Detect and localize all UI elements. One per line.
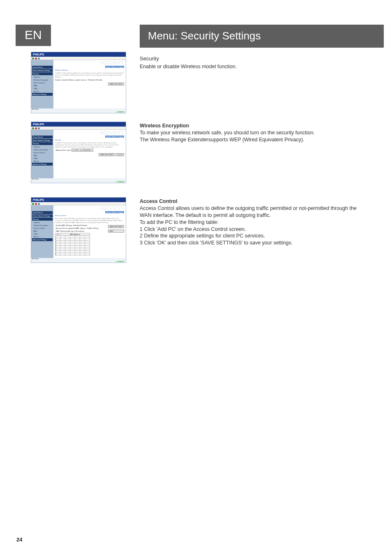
radio-allow[interactable] [87,228,88,229]
access-rule-label: Access Rule for registered MAC address : [56,227,86,229]
language-tab: EN [16,25,51,46]
sidebar-8021x[interactable]: 802.1X [32,235,53,238]
breadcrumb[interactable]: Home ©Home ©Logout [105,66,124,68]
access-step1: 1 Click 'Add PC' on the Access Control s… [140,226,367,233]
brand-logo: PHILIPS [31,198,126,202]
security-body: Enable or disable Wireless model functio… [140,63,367,70]
save-settings-button[interactable]: SAVE SETTINGS [108,225,125,228]
sidebar-8021x[interactable]: 802.1X [32,90,53,93]
sidebar-wireless-encryption[interactable]: Wireless Encryption [32,224,53,227]
help-button[interactable]: HELP [108,230,125,233]
radio-disable[interactable] [95,79,97,81]
panel-description: The AP can transmit your data securely o… [55,142,124,148]
sidebar-home-network[interactable]: Home Network Settings [32,69,53,72]
radio-disable[interactable] [80,225,81,226]
sidebar-wpa[interactable]: WPA [32,233,53,235]
sidebar-8021x[interactable]: 802.1X [32,160,53,163]
wep-body1: To make your wireless network safe, you … [140,129,315,136]
access-step3: 3 Click 'OK' and then click 'SAVE SETTIN… [140,240,367,246]
mac-filter-label: Enable MAC Filtering : [56,224,73,226]
panel-heading: Wireless Settings [55,69,124,71]
radio-enable[interactable] [73,225,74,226]
sidebar-mac[interactable]: MAC [32,84,53,87]
section-watermark: SECURITY [100,206,124,211]
section-watermark: SECURITY [100,131,124,135]
sidebar-advanced[interactable]: Advanced Settings [32,163,53,166]
section-watermark: SECURITY [100,61,124,65]
ap-mode-label: AP Mode [32,108,53,110]
radio-deny-label: Deny [95,227,99,229]
status-internet: ● Internet [116,181,124,183]
sidebar-security[interactable]: Security [32,72,53,75]
panel-heading: Security [55,139,124,141]
sidebar-access-control[interactable]: Access Control [32,81,53,84]
client-type-label: Allowed Client Type: [56,149,71,151]
panel-description: The AP can be quickly configured as an w… [55,72,124,78]
sidebar-wireless[interactable]: Wireless [32,145,53,148]
wep-heading: Wireless Encryption [140,122,315,129]
sidebar-mac[interactable]: MAC [32,230,53,233]
sidebar-advanced[interactable]: Advanced Settings [32,93,53,96]
access-body2: To add the PC to the filtering table: [140,219,367,226]
sidebar-mac[interactable]: MAC [32,154,53,157]
radio-disable-label: Disable [82,224,87,226]
sidebar-advanced[interactable]: Advanced Settings [32,238,53,241]
save-settings-button[interactable]: SAVE SETTINGS [99,153,115,156]
screenshot-access-control: PHILIPS Setup Wizard Home Network Settin… [31,197,126,263]
sidebar-setup-wizard[interactable]: Setup Wizard [32,211,53,214]
section-security: Security Enable or disable Wireless mode… [140,55,367,70]
option-label: Enable or disable Wireless module functi… [55,79,88,81]
sidebar-home-network[interactable]: Home Network Settings [32,139,53,142]
sidebar-wireless-encryption[interactable]: Wireless Encryption [32,78,53,81]
sidebar-access-control[interactable]: Access Control [32,151,53,154]
access-body1: Access Control allows users to define th… [140,205,367,219]
sidebar-security[interactable]: Security [32,218,53,221]
radio-enable-label: Enable [90,79,95,81]
sidebar-setup-wizard[interactable]: Setup Wizard [32,136,53,138]
brand-logo: PHILIPS [31,122,126,127]
sidebar-setup-wizard[interactable]: Setup Wizard [32,66,53,69]
access-heading: Access Control [140,198,367,205]
ap-mode-label: AP Mode [32,178,53,180]
screenshot-security: PHILIPS Setup Wizard Home Network Settin… [31,122,126,183]
status-internet: ● Internet [116,111,124,113]
sidebar-access-control[interactable]: Access Control [32,227,53,230]
page-number: 24 [16,537,22,543]
save-settings-button[interactable]: SAVE SETTINGS [108,83,125,85]
radio-enable-label: Enable [75,224,80,226]
radio-disable-label: Disable [97,79,102,81]
brand-logo: PHILIPS [31,52,126,57]
radio-enable[interactable] [88,79,89,81]
status-internet: ● Internet [116,260,124,263]
client-type-select[interactable]: No WEP, No WPA/WPA2 ▾ [71,149,93,152]
sidebar-security[interactable]: Security [32,142,53,145]
access-step2: 2 Define the appropriate settings for cl… [140,233,367,240]
sidebar-wireless[interactable]: Wireless [32,221,53,224]
radio-allow-label: Allow [89,227,93,229]
mac-filter-table: IDMAC Address 1 2 3 4 5 6 7 8 [55,233,90,256]
wep-body2: The Wireless Range Extendersupports WEP … [140,136,315,143]
panel-heading: Access Control [55,214,124,216]
cancel-button[interactable]: Cancel [116,153,124,156]
table-caption: MAC Filtering Table (up to 32 stations): [56,230,85,232]
panel-description: For a more secure Wireless network you c… [55,217,124,223]
radio-deny[interactable] [93,228,95,229]
sidebar-home-network[interactable]: Home Network Settings [32,214,53,217]
sidebar-wpa[interactable]: WPA [32,87,53,90]
breadcrumb[interactable]: Home ©Home ©Logout [105,211,124,213]
security-heading: Security [140,55,367,62]
sidebar-wireless-encryption[interactable]: Wireless Encryption [32,148,53,151]
page-title: Menu: Security Settings [140,25,384,48]
screenshot-wireless-settings: PHILIPS Setup Wizard Home Network Settin… [31,52,126,113]
breadcrumb[interactable]: Home ©Home ©Logout [105,136,124,138]
sidebar-wireless[interactable]: Wireless [32,76,53,78]
ap-mode-label: AP Mode [32,258,53,260]
sidebar-wpa[interactable]: WPA [32,157,53,160]
